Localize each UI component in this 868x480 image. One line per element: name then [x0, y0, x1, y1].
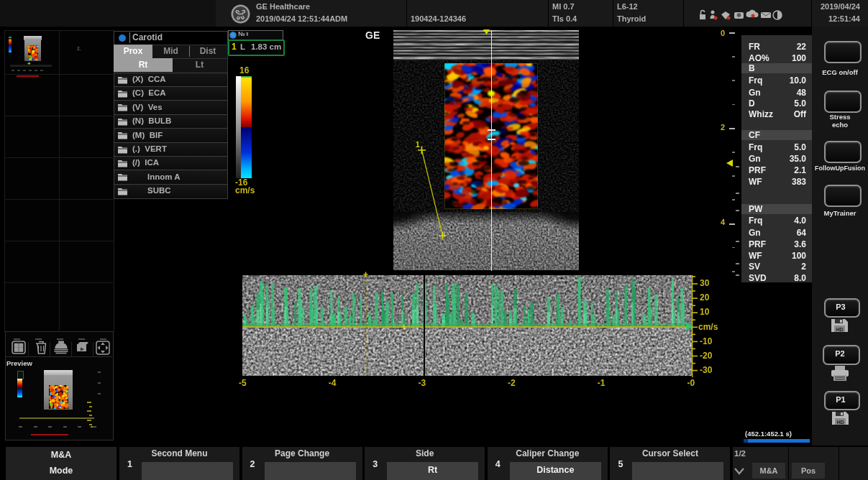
svg-text:HD: HD — [836, 420, 844, 425]
svg-text:HD: HD — [836, 327, 843, 332]
